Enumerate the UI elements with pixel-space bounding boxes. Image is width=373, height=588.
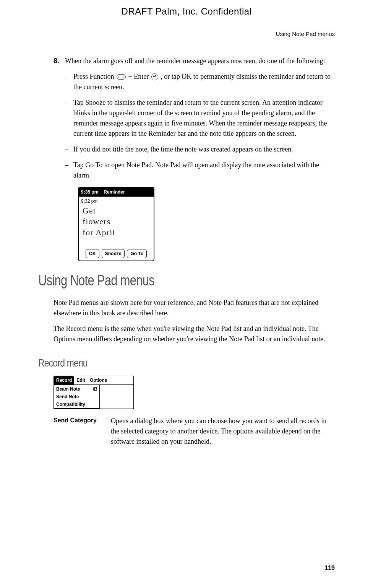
function-key-icon	[117, 74, 126, 80]
reminder-buttons: OK Snooze Go To	[79, 247, 154, 261]
sub-text-3: If you did not title the note, the time …	[73, 144, 293, 155]
menu-item-compatibility[interactable]: Compatibility	[54, 401, 99, 408]
step-number: 8.	[54, 56, 61, 66]
menu-item-send-note[interactable]: Send Note	[54, 393, 99, 401]
page-footer: 119	[38, 561, 335, 573]
reminder-title-label: Reminder	[104, 189, 125, 195]
sub-text-1-mid: + Enter	[128, 73, 151, 80]
menu-item-label: Compatibility	[56, 401, 85, 408]
dash-icon: –	[65, 72, 70, 92]
menu-item-label: Beam Note	[56, 386, 80, 393]
record-menu-dropdown: Beam Note /B Send Note Compatibility	[54, 385, 100, 409]
step-text: When the alarm goes off and the reminder…	[65, 56, 325, 66]
menu-tab-edit[interactable]: Edit	[74, 376, 88, 384]
reminder-note-time: 9:32 pm	[79, 197, 154, 205]
menu-item-shortcut: /B	[93, 386, 97, 393]
reminder-screenshot: 9:35 pm Reminder 9:32 pm Get flowers for…	[78, 187, 154, 261]
sub-text-4: Tap Go To to open Note Pad. Note Pad wil…	[73, 160, 333, 181]
sub-text-1: Press Function + Enter , or tap OK to pe…	[73, 72, 333, 92]
definition-term: Send Category	[54, 416, 103, 447]
ok-button[interactable]: OK	[86, 249, 99, 258]
sub-text-2: Tap Snooze to dismiss the reminder and r…	[73, 98, 333, 139]
main-content: 8. When the alarm goes off and the remin…	[38, 56, 335, 447]
sub-item-2: – Tap Snooze to dismiss the reminder and…	[65, 98, 333, 139]
dash-icon: –	[65, 144, 70, 155]
sub-text-1-prefix: Press Function	[73, 73, 116, 80]
goto-button[interactable]: Go To	[127, 249, 147, 258]
sub-item-1: – Press Function + Enter , or tap OK to …	[65, 72, 333, 92]
sub-item-4: – Tap Go To to open Note Pad. Note Pad w…	[65, 160, 333, 181]
definition-description: Opens a dialog box where you can choose …	[111, 416, 333, 447]
draft-confidential-header: DRAFT Palm, Inc. Confidential	[38, 5, 335, 18]
menu-tab-options[interactable]: Options	[88, 376, 109, 384]
definition-row: Send Category Opens a dialog box where y…	[54, 416, 333, 447]
page-number: 119	[324, 565, 335, 571]
section-heading-record-menu: Record menu	[38, 355, 280, 371]
reminder-titlebar: 9:35 pm Reminder	[79, 187, 154, 197]
menu-bar: Record Edit Options	[54, 376, 133, 385]
reminder-title-time: 9:35 pm	[81, 189, 98, 195]
enter-key-icon	[151, 73, 158, 80]
record-menu-screenshot: Record Edit Options Beam Note /B Send No…	[54, 376, 134, 409]
menu-tab-record[interactable]: Record	[54, 376, 74, 384]
reminder-body: Get flowers for April	[79, 205, 154, 247]
sub-item-3: – If you did not title the note, the tim…	[65, 144, 333, 155]
section1-para1: Note Pad menus are shown here for your r…	[54, 298, 333, 318]
dash-icon: –	[65, 98, 70, 139]
section-heading-using-notepad-menus: Using Note Pad menus	[38, 270, 280, 292]
menu-item-beam-note[interactable]: Beam Note /B	[54, 385, 99, 393]
reminder-handwriting: Get flowers for April	[83, 205, 150, 238]
snooze-button[interactable]: Snooze	[102, 249, 125, 258]
menu-item-label: Send Note	[56, 393, 79, 400]
running-head: Using Note Pad menus	[38, 30, 335, 42]
dash-icon: –	[65, 160, 70, 181]
sub-list: – Press Function + Enter , or tap OK to …	[54, 72, 333, 261]
step-8: 8. When the alarm goes off and the remin…	[54, 56, 333, 66]
section1-para2: The Record menu is the same when you're …	[54, 324, 333, 344]
